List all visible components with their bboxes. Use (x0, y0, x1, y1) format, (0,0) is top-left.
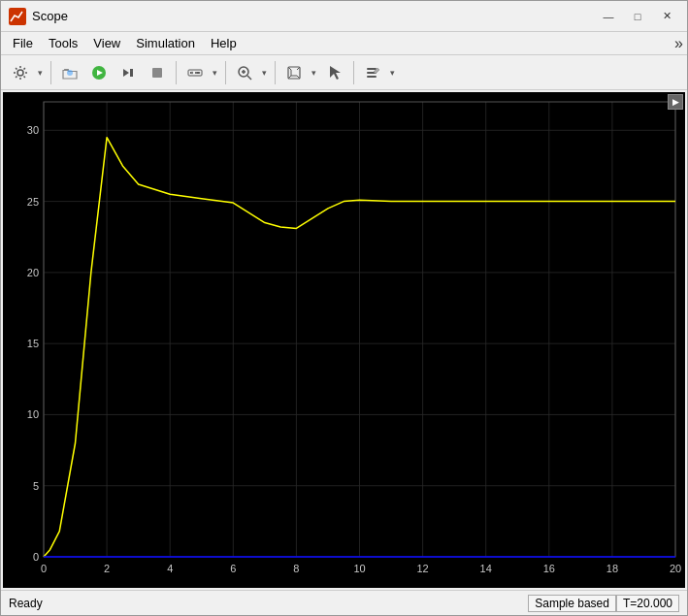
plot-canvas[interactable] (3, 92, 685, 588)
status-bar: Ready Sample based T=20.000 (1, 590, 687, 615)
signal-dropdown: ▾ (181, 59, 220, 86)
plot-outer: ▶ (3, 92, 685, 588)
status-ready-text: Ready (9, 597, 528, 610)
menu-arrow-icon[interactable]: » (674, 35, 683, 52)
menu-tools[interactable]: Tools (41, 34, 85, 52)
run-button[interactable] (85, 59, 113, 86)
settings-dropdown: ▾ (7, 59, 46, 86)
time-badge: T=20.000 (616, 595, 679, 612)
minimize-button[interactable]: — (596, 6, 621, 27)
window-controls: — □ ✕ (596, 6, 679, 27)
stop-button[interactable] (144, 59, 171, 86)
status-right: Sample based T=20.000 (528, 595, 679, 612)
svg-rect-7 (130, 69, 133, 77)
zoom-dropdown: ▾ (231, 59, 270, 86)
signal-dropdown-arrow[interactable]: ▾ (209, 59, 220, 86)
fit-button[interactable] (280, 59, 308, 86)
signal-button[interactable] (181, 59, 209, 86)
cursor-button[interactable] (321, 59, 348, 86)
separator-1 (50, 61, 51, 84)
style-dropdown: ▾ (359, 59, 398, 86)
content-area: ▶ (1, 90, 687, 590)
separator-2 (176, 61, 177, 84)
separator-4 (275, 61, 276, 84)
fit-dropdown-arrow[interactable]: ▾ (308, 59, 319, 86)
menu-file[interactable]: File (5, 34, 41, 52)
svg-rect-8 (152, 68, 162, 78)
svg-marker-17 (330, 66, 341, 80)
menu-help[interactable]: Help (203, 34, 245, 52)
close-button[interactable]: ✕ (654, 6, 679, 27)
svg-line-13 (247, 76, 251, 80)
menu-bar: File Tools View Simulation Help » (1, 32, 687, 55)
maximize-button[interactable]: □ (625, 6, 650, 27)
step-button[interactable] (115, 59, 142, 86)
settings-dropdown-arrow[interactable]: ▾ (34, 59, 46, 86)
svg-rect-18 (367, 68, 377, 70)
app-window: Scope — □ ✕ File Tools View Simulation H… (0, 0, 688, 616)
separator-3 (225, 61, 226, 84)
svg-point-3 (67, 70, 73, 76)
separator-5 (353, 61, 354, 84)
window-title: Scope (32, 9, 596, 23)
style-button[interactable] (359, 59, 386, 86)
sample-based-badge: Sample based (528, 595, 616, 612)
settings-button[interactable] (7, 59, 34, 86)
svg-marker-6 (123, 69, 129, 77)
toolbar: ▾ (1, 55, 687, 90)
svg-point-1 (17, 70, 23, 76)
style-dropdown-arrow[interactable]: ▾ (386, 59, 398, 86)
scroll-button[interactable]: ▶ (668, 94, 683, 110)
zoom-dropdown-arrow[interactable]: ▾ (258, 59, 270, 86)
svg-rect-20 (367, 76, 377, 78)
fit-dropdown: ▾ (280, 59, 319, 86)
menu-view[interactable]: View (85, 34, 128, 52)
zoom-button[interactable] (231, 59, 258, 86)
open-file-button[interactable] (56, 59, 83, 86)
app-icon (9, 8, 26, 25)
menu-simulation[interactable]: Simulation (128, 34, 203, 52)
title-bar: Scope — □ ✕ (1, 1, 687, 32)
